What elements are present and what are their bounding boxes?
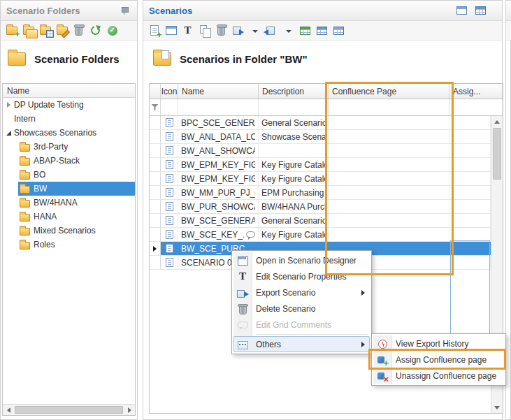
tree-expand-icon[interactable] xyxy=(4,126,13,140)
add-folder-button[interactable] xyxy=(4,23,19,38)
rename-folder-button[interactable] xyxy=(55,23,69,38)
tree-item-body[interactable]: Mixed Scenarios xyxy=(18,224,135,238)
tree-item-body[interactable]: DP Update Testing xyxy=(13,98,135,112)
export-dropdown[interactable] xyxy=(247,23,262,38)
description-cell[interactable]: Key Figure Catalog xyxy=(259,172,329,185)
copy-folder-button[interactable] xyxy=(21,23,36,38)
tree-item[interactable]: BW/4HANA xyxy=(3,196,135,210)
pin-icon[interactable] xyxy=(117,3,131,18)
tree-item[interactable]: Roles xyxy=(3,238,135,252)
tree-item-body[interactable]: Showcases Scenarios xyxy=(13,126,135,140)
tree-expand-icon[interactable] xyxy=(4,98,13,112)
context-menu-item[interactable]: Export Scenario xyxy=(233,284,370,300)
context-menu-item[interactable]: Open in Scenario Designer xyxy=(233,252,370,268)
scroll-up-button[interactable] xyxy=(491,116,503,127)
name-cell[interactable]: BW_SCE_KEY_... xyxy=(178,228,259,241)
submenu-item[interactable]: Assign Confluence page xyxy=(373,352,504,368)
layout-icon[interactable] xyxy=(454,3,469,18)
tree-name-column-header[interactable]: Name xyxy=(3,84,135,98)
confluence-page-cell[interactable] xyxy=(329,144,449,157)
tree-item[interactable]: Showcases Scenarios xyxy=(3,126,135,140)
import-dropdown[interactable] xyxy=(281,23,296,38)
tree-item[interactable]: Mixed Scenarios xyxy=(3,224,135,238)
export-folder-button[interactable] xyxy=(38,23,52,38)
scenario-row[interactable]: BW_EPM_KEY_FIG... Key Figure Catalog xyxy=(150,172,491,186)
confluence-page-cell[interactable] xyxy=(329,214,449,227)
tree-item[interactable]: BW xyxy=(3,182,135,196)
confluence-page-cell[interactable] xyxy=(329,158,449,171)
name-cell[interactable]: BW_ANL_SHOWCA... xyxy=(178,144,259,157)
tree-item-body[interactable]: Roles xyxy=(18,238,135,252)
tree-item-body[interactable]: BW xyxy=(18,182,135,196)
scenario-row[interactable]: BW_MM_PUR_PJ_01 EPM Purchasing xyxy=(150,186,491,200)
description-cell[interactable]: EPM Purchasing xyxy=(259,186,329,199)
column-header[interactable]: Description xyxy=(259,84,329,99)
import-scenario-button[interactable] xyxy=(264,23,279,38)
scroll-down-button[interactable] xyxy=(491,402,503,413)
scenario-row[interactable]: BW_PUR_SHOWCA... BW/4HANA Purcha... xyxy=(150,200,491,214)
assignment-cell[interactable] xyxy=(449,214,491,227)
context-menu-item[interactable]: Edit Grid Comments xyxy=(233,317,370,333)
name-cell[interactable]: BW_EPM_KEY_FIG... xyxy=(178,172,259,185)
new-scenario-button[interactable] xyxy=(147,23,161,38)
description-cell[interactable]: Key Figure Catalog... xyxy=(259,158,329,171)
assignment-cell[interactable] xyxy=(449,256,491,269)
open-designer-button[interactable] xyxy=(164,23,178,38)
delete-folder-button[interactable] xyxy=(71,23,86,38)
assignment-cell[interactable] xyxy=(449,130,491,143)
views-icon[interactable] xyxy=(473,3,488,18)
scenario-row[interactable]: BW_ANL_SHOWCA... xyxy=(150,144,491,158)
assignment-cell[interactable] xyxy=(449,228,491,241)
tree-item[interactable]: BO xyxy=(3,168,135,182)
scenario-row[interactable]: BW_SCE_KEY_... Key Figure Catalog... xyxy=(150,228,491,242)
context-menu-item[interactable]: Edit Scenario Properties xyxy=(233,268,370,284)
auto-filter-row[interactable] xyxy=(150,99,503,116)
refresh-button[interactable] xyxy=(88,23,103,38)
horizontal-scrollbar[interactable] xyxy=(3,404,135,415)
name-cell[interactable]: BPC_SCE_GENERA... xyxy=(178,116,259,129)
description-cell[interactable]: Showcase Scenario... xyxy=(259,130,329,143)
grid-view-button[interactable] xyxy=(315,23,329,38)
tree-item[interactable]: 3rd-Party xyxy=(3,140,135,154)
assignment-cell[interactable] xyxy=(449,158,491,171)
tree-item-body[interactable]: BO xyxy=(18,168,135,182)
export-scenario-button[interactable] xyxy=(231,23,245,38)
scroll-left-button[interactable] xyxy=(3,405,14,415)
filter-cell[interactable] xyxy=(161,99,178,115)
export-excel-button[interactable] xyxy=(298,23,312,38)
validate-button[interactable] xyxy=(105,23,120,38)
context-menu-item[interactable]: Delete Scenario xyxy=(233,300,370,317)
scenario-row[interactable]: BW_EPM_KEY_FIG... Key Figure Catalog... xyxy=(150,158,491,172)
confluence-page-cell[interactable] xyxy=(329,116,449,129)
assignment-cell[interactable] xyxy=(449,186,491,199)
tree-item[interactable]: DP Update Testing xyxy=(3,98,135,112)
name-cell[interactable]: BW_PUR_SHOWCA... xyxy=(178,200,259,213)
tree-item-body[interactable]: Intern xyxy=(13,112,135,126)
description-cell[interactable]: BW/4HANA Purcha... xyxy=(259,200,329,213)
scenario-row[interactable]: BW_ANL_DATA_LO... Showcase Scenario... xyxy=(150,130,491,144)
scenario-row[interactable]: BPC_SCE_GENERA... General Scenario o... xyxy=(150,116,491,130)
assignment-cell[interactable] xyxy=(449,144,491,157)
column-header[interactable]: Confluence Page xyxy=(329,84,449,99)
scrollbar-thumb[interactable] xyxy=(15,406,123,414)
description-cell[interactable]: General Scenario o... xyxy=(259,116,329,129)
edit-properties-button[interactable] xyxy=(180,23,195,38)
tree-item-body[interactable]: HANA xyxy=(18,210,135,224)
scrollbar-thumb[interactable] xyxy=(493,128,501,180)
column-header[interactable]: Assig... xyxy=(449,84,503,99)
confluence-page-cell[interactable] xyxy=(329,186,449,199)
tree-item[interactable]: ABAP-Stack xyxy=(3,154,135,168)
copy-scenario-button[interactable] xyxy=(197,23,212,38)
submenu-item[interactable]: View Export History xyxy=(373,335,504,352)
assignment-cell[interactable] xyxy=(449,242,491,255)
context-menu-item[interactable]: Others xyxy=(233,336,370,352)
name-cell[interactable]: BW_MM_PUR_PJ_01 xyxy=(178,186,259,199)
name-cell[interactable]: BW_EPM_KEY_FIG... xyxy=(178,158,259,171)
card-view-button[interactable] xyxy=(331,23,346,38)
column-header[interactable]: Icon xyxy=(161,84,178,99)
filter-cell[interactable] xyxy=(449,99,503,115)
assignment-cell[interactable] xyxy=(449,172,491,185)
tree-item[interactable]: Intern xyxy=(3,112,135,126)
confluence-page-cell[interactable] xyxy=(329,172,449,185)
filter-cell[interactable] xyxy=(178,99,259,115)
